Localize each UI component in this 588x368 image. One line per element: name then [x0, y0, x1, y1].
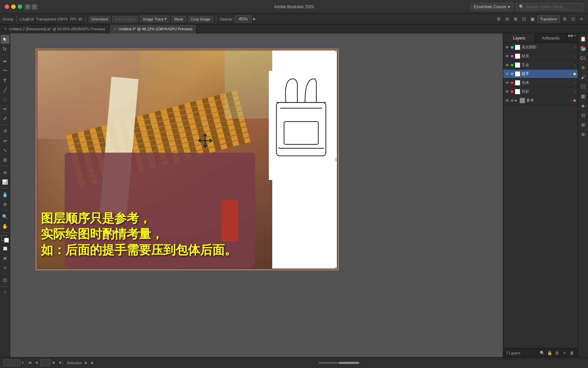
handle-top-right[interactable] [336, 50, 337, 52]
layer-row-4[interactable]: 👁 包体 ○ [503, 78, 578, 87]
zoom-chevron-icon[interactable]: ▾ [22, 361, 24, 365]
artboard[interactable]: 图层顺序只是参考， 实际绘图时酌情考量， 如：后面的提手需要压到包体后面。 [37, 50, 337, 269]
transform-tool[interactable]: ⊞ [1, 155, 10, 164]
text-tool[interactable]: T [1, 76, 10, 85]
tab-0[interactable]: ✕ Untitled-2 [Recovered].ai* @ 55.65% (R… [0, 25, 110, 33]
delete-layer-btn[interactable]: 🗑 [569, 350, 575, 356]
image-trace-button[interactable]: Image Trace ▾ [140, 16, 169, 22]
lock-icon[interactable]: ○ [570, 98, 572, 102]
opacity-input[interactable] [235, 15, 252, 22]
close-icon[interactable]: ✕ [4, 27, 7, 31]
spacing-icon[interactable]: ⊡ [520, 15, 528, 23]
lock-icon[interactable]: ○ [570, 72, 572, 76]
pen-tool[interactable]: ✒ [1, 57, 10, 66]
background-color[interactable] [4, 238, 9, 243]
warp-tool[interactable]: ≋ [1, 168, 10, 177]
layer-row-3[interactable]: 👁 提手 ○ ◉ [503, 70, 578, 78]
zoom-slider[interactable] [318, 362, 359, 364]
eye-icon[interactable]: 👁 [505, 54, 509, 58]
align-left-icon[interactable]: ⊞ [495, 15, 502, 23]
eye-icon[interactable]: 👁 [505, 81, 509, 85]
line-tool[interactable]: ╱ [1, 86, 10, 94]
align-icon[interactable]: ⊟ [579, 111, 587, 119]
handle-bottom-right[interactable] [336, 267, 337, 269]
gradient-icon[interactable]: ▦ [1, 254, 10, 262]
minimize-button[interactable] [11, 4, 16, 9]
eye-icon[interactable]: 👁 [505, 72, 509, 76]
blend-tool[interactable]: ⊚ [1, 200, 10, 209]
layer-row-2[interactable]: 👁 五金 ○ [503, 61, 578, 70]
eye-icon[interactable]: 👁 [505, 90, 509, 94]
search-stock-input[interactable]: 🔍 Search Adobe Stock [516, 3, 584, 11]
lock-icon[interactable]: ○ [574, 90, 576, 93]
maximize-button[interactable] [18, 4, 22, 9]
lock-icon[interactable]: ○ [574, 54, 576, 58]
libraries-icon[interactable]: 📚 [579, 44, 587, 52]
fill-stroke-toggle[interactable]: ⬜ [1, 244, 10, 253]
artboard-number-input[interactable]: 1 [40, 359, 50, 366]
tab-artboards[interactable]: Artboards [535, 33, 567, 43]
curvature-tool[interactable]: 〜 [1, 66, 10, 75]
layer-row-1[interactable]: 👁 材质 ○ [503, 52, 578, 61]
rectangle-tool[interactable]: □ [1, 95, 10, 104]
scale-tool[interactable]: ⤡ [1, 146, 10, 155]
grid-icon[interactable]: ⊞ [25, 4, 30, 10]
artboard-tool[interactable]: ⊡ [1, 276, 10, 285]
eye-icon[interactable]: 👁 [505, 63, 509, 67]
search-layers-btn[interactable]: 🔍 [539, 350, 545, 356]
new-artboard-btn[interactable]: ⊞ [554, 350, 560, 356]
gradient-icon[interactable]: ▦ [579, 92, 587, 100]
close-button[interactable] [5, 4, 9, 9]
prev-artboard-btn[interactable]: ◀ [33, 359, 39, 365]
rotate-tool[interactable]: ↺ [1, 127, 10, 136]
panel-collapse-icon[interactable]: ▶▶ [568, 33, 574, 43]
pathfinder-icon[interactable]: ⊕ [579, 130, 587, 138]
expand-icon[interactable]: ▶ [515, 98, 518, 102]
unembed-button[interactable]: Unembed [89, 16, 111, 22]
transform-icon[interactable]: ⊞ [579, 121, 587, 129]
eye-icon[interactable]: 👁 [505, 98, 509, 103]
new-layer-btn[interactable]: + [561, 350, 568, 356]
canvas-area[interactable]: 图层顺序只是参考， 实际绘图时酌情考量， 如：后面的提手需要压到包体后面。 [10, 33, 503, 357]
layer-row-0[interactable]: 👁 高光阴影 ○ [503, 43, 578, 52]
chevron-down-icon[interactable]: ▾ [32, 4, 37, 10]
eyedropper-tool[interactable]: 💧 [1, 190, 10, 199]
zoom-input[interactable]: 48.22% [3, 359, 20, 366]
properties-icon[interactable]: 📋 [579, 35, 587, 43]
lock-icon[interactable]: ○ [574, 63, 576, 67]
align-center-icon[interactable]: ⊟ [503, 15, 511, 23]
zoom-tool[interactable]: 🔍 [1, 212, 10, 221]
lock-layer-btn[interactable]: 🔒 [546, 350, 553, 356]
transform-button[interactable]: Transform [537, 15, 560, 23]
select-tool[interactable] [1, 35, 10, 44]
direct-select-tool[interactable] [1, 44, 10, 53]
align-options-icon[interactable]: ⊞ [561, 15, 568, 23]
symbols-icon[interactable]: ⊛ [579, 63, 587, 72]
lock-icon[interactable]: ○ [574, 81, 576, 85]
eye-icon[interactable]: 👁 [505, 45, 509, 49]
hand-tool[interactable]: ✋ [1, 222, 10, 231]
edit-original-button[interactable]: Edit Original [112, 16, 138, 22]
swatches-icon[interactable]: ⬛ [579, 82, 587, 91]
tab-layers[interactable]: Layers [503, 33, 535, 43]
close-icon[interactable]: ✕ [114, 27, 116, 31]
grid-icon[interactable]: ⊡ [569, 15, 577, 23]
last-artboard-btn[interactable]: ▶| [58, 359, 64, 365]
expand-icon[interactable]: ▶ [85, 361, 87, 365]
layer-row-5[interactable]: 👁 投影 ○ [503, 87, 578, 96]
tab-1[interactable]: ✕ Untitled-2* @ 48.22% (CMYK/GPU Preview… [110, 25, 197, 33]
color-swatch[interactable] [1, 235, 9, 243]
next-artboard-btn[interactable]: ▶ [51, 359, 57, 365]
first-artboard-btn[interactable]: |◀ [27, 359, 33, 365]
lock-icon[interactable]: ○ [574, 45, 576, 49]
cc-libraries-icon[interactable]: Cc [579, 54, 587, 62]
brushes-icon[interactable]: 🖌 [579, 73, 587, 81]
appearance-icon[interactable]: ◈ [579, 102, 587, 110]
crop-image-button[interactable]: Crop Image [188, 16, 213, 22]
question-icon[interactable]: ? [1, 288, 10, 297]
none-icon[interactable]: ⊘ [1, 263, 10, 272]
reflect-tool[interactable]: ⇌ [1, 136, 10, 145]
more-options-icon[interactable]: ≡ [578, 15, 585, 23]
paintbrush-tool[interactable]: ✏ [1, 105, 10, 113]
mask-button[interactable]: Mask [172, 16, 186, 22]
